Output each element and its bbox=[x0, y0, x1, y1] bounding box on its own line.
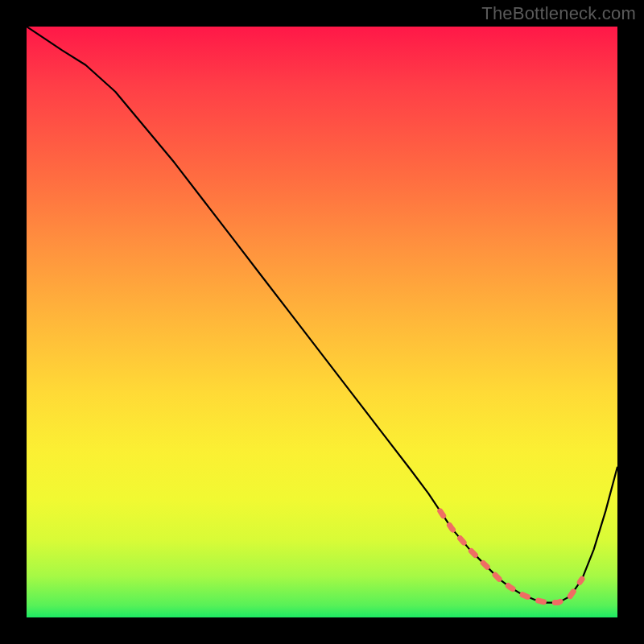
curve-layer bbox=[27, 27, 617, 617]
chart-container: TheBottleneck.com bbox=[0, 0, 644, 644]
watermark-text: TheBottleneck.com bbox=[481, 3, 636, 24]
optimal-zone-dash bbox=[440, 511, 582, 603]
bottleneck-curve bbox=[27, 27, 617, 603]
plot-area bbox=[27, 27, 617, 617]
